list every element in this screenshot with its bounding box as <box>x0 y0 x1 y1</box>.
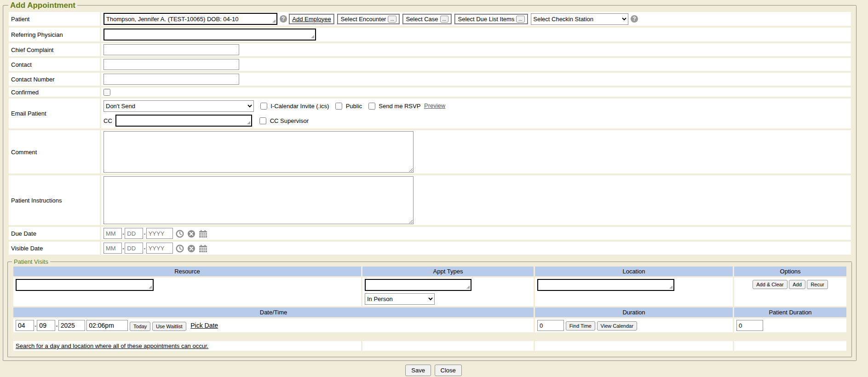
select-encounter-group: Select Encounter ... <box>337 14 399 24</box>
visit-year-input[interactable] <box>58 320 85 331</box>
help-icon[interactable]: ? <box>280 15 287 23</box>
search-row: Search for a day and location where all … <box>13 341 846 351</box>
add-and-clear-button[interactable]: Add & Clear <box>753 280 787 289</box>
select-due-list-items-group: Select Due List Items ... <box>454 14 528 24</box>
appointment-form: Patient ? Add Employee Select Encounter … <box>7 10 852 256</box>
confirmed-checkbox[interactable] <box>103 89 110 96</box>
due-date-dd-input[interactable] <box>125 228 143 239</box>
options-buttons: Add & Clear Add Recur <box>736 279 844 289</box>
select-due-list-items-button[interactable]: ... <box>516 16 524 23</box>
cc-input[interactable] <box>115 115 252 127</box>
appt-types-input[interactable] <box>365 279 471 291</box>
cc-supervisor-checkbox[interactable] <box>259 117 266 124</box>
referring-physician-input-wrap <box>103 29 316 41</box>
datetime-header-row: Date/Time Duration Patient Duration <box>13 307 846 317</box>
date-separator: - <box>144 230 145 237</box>
patient-input[interactable] <box>103 13 277 25</box>
location-input-wrap <box>537 279 674 291</box>
public-label: Public <box>346 103 362 110</box>
referring-physician-input[interactable] <box>103 29 316 41</box>
cc-label: CC <box>103 117 112 124</box>
patient-row: Patient ? Add Employee Select Encounter … <box>9 12 851 26</box>
comment-textarea[interactable] <box>103 131 414 173</box>
clear-icon[interactable] <box>187 244 195 253</box>
visible-date-cell: -- <box>101 242 851 255</box>
ical-invite-checkbox[interactable] <box>260 103 267 110</box>
add-employee-link[interactable]: Add Employee <box>292 16 331 23</box>
patient-duration-input[interactable] <box>736 320 763 331</box>
recur-button[interactable]: Recur <box>807 280 828 289</box>
patient-instructions-textarea[interactable] <box>103 176 414 224</box>
confirmed-cell <box>101 87 851 97</box>
select-encounter-button[interactable]: ... <box>388 16 396 23</box>
empty-cell <box>734 341 846 351</box>
clear-icon[interactable] <box>187 230 195 238</box>
select-due-list-items-label: Select Due List Items <box>458 16 514 23</box>
contact-number-label: Contact Number <box>9 73 100 86</box>
contact-input[interactable] <box>103 59 239 70</box>
select-case-label: Select Case <box>406 16 438 23</box>
email-patient-cell: Don't Send I-Calendar Invite (.ics) Publ… <box>101 99 851 128</box>
visit-type-select[interactable]: In Person <box>365 293 435 305</box>
visible-date-mm-input[interactable] <box>103 243 122 254</box>
checkin-station-select[interactable]: Select Checkin Station <box>531 13 628 25</box>
email-patient-row: Email Patient Don't Send I-Calendar Invi… <box>9 99 851 128</box>
patient-duration-cell <box>734 319 846 332</box>
date-separator: - <box>56 322 57 329</box>
date-separator: - <box>34 322 36 329</box>
clock-icon[interactable] <box>176 244 184 253</box>
email-send-select[interactable]: Don't Send <box>103 100 254 112</box>
help-icon[interactable]: ? <box>631 15 638 23</box>
duration-header: Duration <box>535 307 733 317</box>
calendar-icon[interactable] <box>199 230 207 238</box>
comment-cell <box>101 130 851 174</box>
clock-icon[interactable] <box>176 230 184 238</box>
select-encounter-label: Select Encounter <box>340 16 386 23</box>
duration-input[interactable] <box>537 320 564 331</box>
empty-cell <box>535 341 733 351</box>
datetime-header: Date/Time <box>13 307 534 317</box>
cc-input-wrap <box>115 115 252 127</box>
patient-field-cell: ? Add Employee Select Encounter ... Sele… <box>101 12 851 26</box>
public-checkbox[interactable] <box>335 103 342 110</box>
view-calendar-button[interactable]: View Calendar <box>597 321 637 331</box>
visit-day-input[interactable] <box>37 320 55 331</box>
visible-date-yyyy-input[interactable] <box>146 243 173 254</box>
duration-cell: Find Time View Calendar <box>535 319 733 332</box>
visit-time-input[interactable] <box>86 320 128 331</box>
due-date-label: Due Date <box>9 227 100 240</box>
empty-cell <box>362 341 534 351</box>
use-waitlist-button[interactable]: Use Waitlist <box>152 322 186 331</box>
resource-input-wrap <box>16 279 154 291</box>
contact-number-input[interactable] <box>103 74 239 85</box>
add-button[interactable]: Add <box>789 280 805 289</box>
due-date-mm-input[interactable] <box>103 228 122 239</box>
send-me-rsvp-label: Send me RSVP <box>379 103 420 110</box>
visible-date-dd-input[interactable] <box>125 243 143 254</box>
confirmed-label: Confirmed <box>9 87 100 97</box>
confirmed-row: Confirmed <box>9 87 851 97</box>
resource-header: Resource <box>13 267 361 276</box>
comment-label: Comment <box>9 130 100 174</box>
preview-link[interactable]: Preview <box>424 102 445 109</box>
options-header: Options <box>734 267 846 276</box>
spacer-cell <box>13 334 846 340</box>
today-button[interactable]: Today <box>130 322 150 331</box>
pick-date-link[interactable]: Pick Date <box>190 322 218 329</box>
patient-visits-legend: Patient Visits <box>12 258 50 265</box>
send-me-rsvp-checkbox[interactable] <box>368 103 375 110</box>
due-date-row: Due Date -- <box>9 227 851 240</box>
due-date-yyyy-input[interactable] <box>146 228 173 239</box>
select-case-button[interactable]: ... <box>440 16 448 23</box>
save-button[interactable]: Save <box>405 365 431 376</box>
patient-visits-section: Patient Visits Resource Appt Types Locat… <box>7 258 852 358</box>
find-time-button[interactable]: Find Time <box>566 321 595 331</box>
resource-input[interactable] <box>16 279 154 291</box>
calendar-icon[interactable] <box>199 244 207 253</box>
visit-month-input[interactable] <box>16 320 34 331</box>
contact-number-row: Contact Number <box>9 73 851 86</box>
chief-complaint-input[interactable] <box>103 44 239 55</box>
close-button[interactable]: Close <box>435 365 462 376</box>
location-input[interactable] <box>537 279 674 291</box>
search-day-location-link[interactable]: Search for a day and location where all … <box>16 342 208 349</box>
